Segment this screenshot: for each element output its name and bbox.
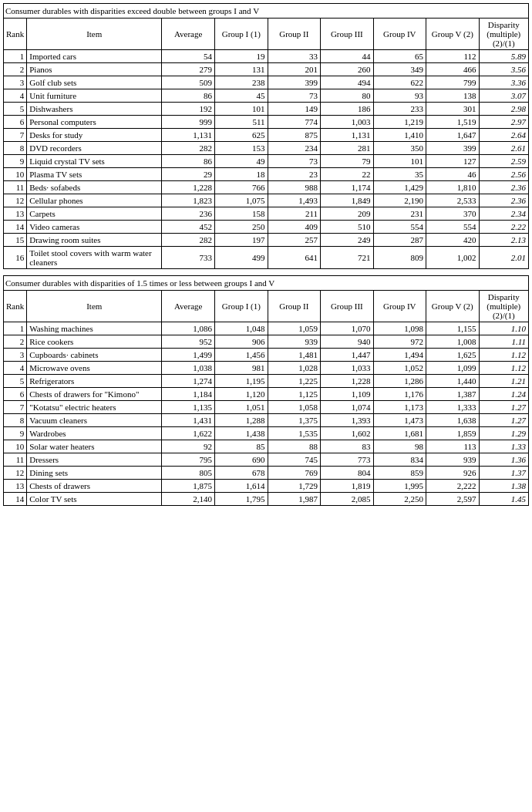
th-g5-1: Group V (2) bbox=[426, 19, 480, 50]
spacer1 bbox=[3, 269, 529, 275]
table1: Rank Item Average Group I (1) Group II G… bbox=[3, 18, 529, 269]
table-row: 11Beds· sofabeds1,2287669881,1741,4291,8… bbox=[4, 181, 529, 194]
th-rank-2: Rank bbox=[4, 291, 27, 322]
th-g3-2: Group III bbox=[321, 291, 373, 322]
table-row: 12Dining sets8056787698048599261.37 bbox=[4, 467, 529, 480]
table-row: 14Color TV sets2,1401,7951,9872,0852,250… bbox=[4, 493, 529, 506]
table-row: 8DVD recorders2821532342813503992.61 bbox=[4, 142, 529, 155]
table-row: 1Imported cars54193344651125.89 bbox=[4, 50, 529, 63]
table-row: 1Washing machines1,0861,0481,0591,0701,0… bbox=[4, 322, 529, 335]
table2: Rank Item Average Group I (1) Group II G… bbox=[3, 290, 529, 506]
th-g2-2: Group II bbox=[268, 291, 320, 322]
table-row: 10Plasma TV sets2918232235462.56 bbox=[4, 168, 529, 181]
table-row: 4Microwave ovens1,0389811,0281,0331,0521… bbox=[4, 362, 529, 375]
table-row: 3Golf club sets5092383994946227993.36 bbox=[4, 76, 529, 89]
table-row: 2Pianos2791312012603494663.56 bbox=[4, 63, 529, 76]
th-g4-1: Group IV bbox=[373, 19, 426, 50]
table-row: 5Refrigerators1,2741,1951,2251,2281,2861… bbox=[4, 375, 529, 388]
page-container: Consumer durables with disparities excee… bbox=[0, 0, 532, 509]
table-row: 5Dishwashers1921011491862333012.98 bbox=[4, 103, 529, 116]
table-row: 10Solar water heaters92858883981131.33 bbox=[4, 440, 529, 453]
th-avg-2: Average bbox=[162, 291, 215, 322]
th-item-1: Item bbox=[27, 19, 162, 50]
table-row: 9Wardrobes1,6221,4381,5351,6021,6811,859… bbox=[4, 427, 529, 440]
table-row: 7Desks for study1,1316258751,1311,4101,6… bbox=[4, 129, 529, 142]
table-row: 4Unit furniture86457380931383.07 bbox=[4, 89, 529, 103]
table-row: 13Carpets2361582112092313702.34 bbox=[4, 207, 529, 221]
th-rank-1: Rank bbox=[4, 19, 27, 50]
table-row: 8Vacuum cleaners1,4311,2881,3751,3931,47… bbox=[4, 414, 529, 427]
th-g1-1: Group I (1) bbox=[215, 19, 268, 50]
table-row: 3Cupboards· cabinets1,4991,4561,4811,447… bbox=[4, 349, 529, 362]
table-row: 11Dressers7956907457738349391.36 bbox=[4, 453, 529, 467]
th-g4-2: Group IV bbox=[373, 291, 426, 322]
table-row: 16Toilet stool covers with warm water cl… bbox=[4, 247, 529, 269]
table-row: 2Rice cookers9529069399409721,0081.11 bbox=[4, 335, 529, 349]
th-g3-1: Group III bbox=[321, 19, 374, 50]
th-item-2: Item bbox=[27, 291, 162, 322]
th-g2-1: Group II bbox=[268, 19, 321, 50]
table-row: 13Chests of drawers1,8751,6141,7291,8191… bbox=[4, 480, 529, 493]
th-disp-2: Disparity (multiple) (2)/(1) bbox=[479, 291, 528, 322]
table-row: 12Cellular phones1,8231,0751,4931,8492,1… bbox=[4, 194, 529, 207]
table-row: 6Chests of drawers for "Kimono"1,1841,12… bbox=[4, 388, 529, 401]
table-row: 9Liquid crystal TV sets864973791011272.5… bbox=[4, 155, 529, 168]
table-row: 14Video cameras4522504095105545542.22 bbox=[4, 221, 529, 234]
th-g1-2: Group I (1) bbox=[215, 291, 268, 322]
th-avg-1: Average bbox=[162, 19, 215, 50]
table-row: 7"Kotatsu" electric heaters1,1351,0511,0… bbox=[4, 401, 529, 414]
th-g5-2: Group V (2) bbox=[426, 291, 479, 322]
table2-title: Consumer durables with disparities of 1.… bbox=[3, 275, 529, 290]
table-row: 6Personal computers9995117741,0031,2191,… bbox=[4, 116, 529, 129]
th-disp-1: Disparity (multiple) (2)/(1) bbox=[479, 19, 528, 50]
table1-title: Consumer durables with disparities excee… bbox=[3, 3, 529, 18]
table-row: 15Drawing room suites2821972572492874202… bbox=[4, 234, 529, 247]
